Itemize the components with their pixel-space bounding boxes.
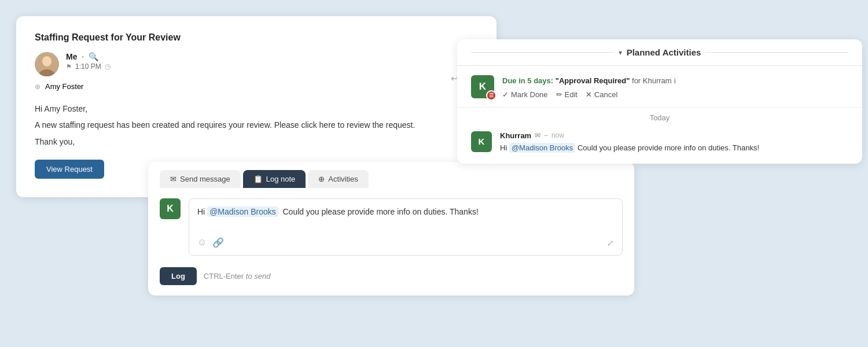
checkmark-icon: ✓ xyxy=(502,90,509,99)
cancel-button[interactable]: ✕ Cancel xyxy=(586,90,617,99)
chat-content: Khurram ✉ – now Hi @Madison Brooks Could… xyxy=(500,131,848,154)
email-body: Hi Amy Foster, A new staffing request ha… xyxy=(35,102,478,148)
planned-activity-row: K ☰ Due in 5 days: "Approval Required" f… xyxy=(457,66,862,108)
flag-icon: ⚑ xyxy=(66,63,72,71)
edit-button[interactable]: ✏ Edit xyxy=(556,90,578,99)
due-for: for Khurram xyxy=(632,76,672,85)
body-line1: Hi Amy Foster, xyxy=(35,102,478,115)
search-icon[interactable]: 🔍 xyxy=(89,52,98,61)
composer-tabs: ✉ Send message 📋 Log note ⊕ Activities xyxy=(148,162,634,188)
composer-avatar: K xyxy=(160,198,181,219)
expand-to-icon[interactable]: ⊕ xyxy=(35,83,41,91)
chat-time: now xyxy=(551,131,564,139)
sender-name: Me xyxy=(66,52,77,61)
time-row: ⚑ 1:10 PM ◷ xyxy=(66,62,478,71)
email-time: 1:10 PM xyxy=(75,62,101,71)
composer-input-area[interactable]: Hi @Madison Brooks Could you please prov… xyxy=(189,198,623,256)
x-icon: ✕ xyxy=(586,90,592,99)
activity-due: Due in 5 days: "Approval Required" for K… xyxy=(502,75,848,87)
mention-tag: @Madison Brooks xyxy=(207,206,278,217)
toolbar-left: ☺ 🔗 xyxy=(197,237,224,248)
email-subject: Staffing Request for Your Review xyxy=(35,32,478,43)
svg-point-3 xyxy=(43,57,50,65)
emoji-icon[interactable]: ☺ xyxy=(197,237,207,248)
log-note-icon: 📋 xyxy=(253,175,263,183)
chat-meta: Khurram ✉ – now xyxy=(500,131,848,140)
planned-activities-title: Planned Activities xyxy=(627,47,701,57)
planned-activities-header: ▾ Planned Activities xyxy=(457,39,862,66)
activities-clock-icon: ⊕ xyxy=(318,175,325,183)
composer-toolbar: ☺ 🔗 ⤢ xyxy=(197,237,614,248)
mark-done-button[interactable]: ✓ Mark Done xyxy=(502,90,548,99)
chat-text: Hi @Madison Brooks Could you please prov… xyxy=(500,142,848,154)
activity-actions: ✓ Mark Done ✏ Edit ✕ Cancel xyxy=(502,90,848,99)
view-request-button[interactable]: View Request xyxy=(35,160,104,179)
activity-content: Due in 5 days: "Approval Required" for K… xyxy=(502,75,848,99)
attachment-icon[interactable]: 🔗 xyxy=(212,237,224,248)
chat-message-row: K Khurram ✉ – now Hi @Madison Brooks Cou… xyxy=(457,125,862,164)
envelope-icon: ✉ xyxy=(170,175,176,183)
activity-badge: ☰ xyxy=(486,90,496,101)
sender-row: Me • 🔍 xyxy=(66,52,478,61)
sender-avatar xyxy=(35,52,59,76)
composer-card: ✉ Send message 📋 Log note ⊕ Activities K… xyxy=(148,162,634,296)
send-hint: CTRL-Enter to send xyxy=(204,272,271,280)
composer-text[interactable]: Hi @Madison Brooks Could you please prov… xyxy=(197,206,614,231)
log-button[interactable]: Log xyxy=(160,267,197,285)
chat-avatar: K xyxy=(471,131,492,152)
info-icon[interactable]: ℹ xyxy=(674,77,676,85)
due-title: "Approval Required" xyxy=(556,76,630,85)
composer-body: K Hi @Madison Brooks Could you please pr… xyxy=(148,188,634,267)
tab-activities[interactable]: ⊕ Activities xyxy=(308,170,368,188)
today-divider: Today xyxy=(457,108,862,125)
expand-icon[interactable]: ⤢ xyxy=(607,238,614,248)
tab-log-note[interactable]: 📋 Log note xyxy=(243,170,306,188)
due-label: Due in 5 days: xyxy=(502,76,553,85)
chevron-down-icon[interactable]: ▾ xyxy=(619,49,622,57)
pencil-icon: ✏ xyxy=(556,90,562,99)
planned-activities-card: ▾ Planned Activities K ☰ Due in 5 days: … xyxy=(457,39,862,164)
email-to-row: ⊕ Amy Foster xyxy=(35,82,478,91)
clock-icon: ◷ xyxy=(105,62,111,71)
sender-info: Me • 🔍 ⚑ 1:10 PM ◷ xyxy=(66,52,478,71)
body-line2: A new staffing request has been created … xyxy=(35,119,478,131)
chat-sender: Khurram xyxy=(500,131,531,140)
email-meta: Me • 🔍 ⚑ 1:10 PM ◷ xyxy=(35,52,478,76)
body-line3: Thank you, xyxy=(35,135,478,148)
tab-send-message[interactable]: ✉ Send message xyxy=(160,170,241,188)
badge-list-icon: ☰ xyxy=(489,93,494,98)
composer-footer: Log CTRL-Enter to send xyxy=(148,267,634,296)
email-recipient: Amy Foster xyxy=(45,82,83,91)
chat-mention: @Madison Brooks xyxy=(509,143,575,153)
chat-email-icon: ✉ xyxy=(535,131,540,139)
activity-avatar: K ☰ xyxy=(471,75,494,98)
